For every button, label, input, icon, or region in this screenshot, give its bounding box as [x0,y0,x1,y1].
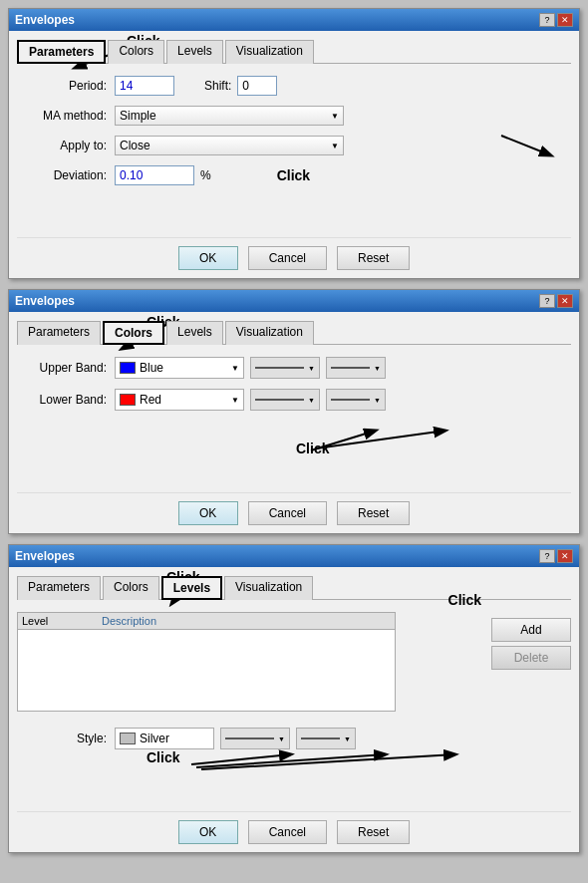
button-row-2: OK Cancel Reset [17,492,571,525]
ma-method-label: MA method: [17,109,107,123]
tab-visualization-2[interactable]: Visualization [225,321,314,345]
title-bar-buttons-1: ? ✕ [539,13,573,27]
ma-method-dropdown[interactable]: Simple ▼ [115,106,344,126]
ok-button-1[interactable]: OK [178,246,238,270]
tab-parameters-3[interactable]: Parameters [17,576,101,600]
cancel-button-3[interactable]: Cancel [248,820,327,844]
tab-colors-2[interactable]: Colors [103,321,164,345]
lower-width-arrow-icon: ▼ [374,397,381,404]
help-button-2[interactable]: ? [539,294,555,308]
lower-band-line-width[interactable]: ▼ [326,389,386,411]
ok-button-2[interactable]: OK [178,501,238,525]
lower-band-row: Lower Band: Red ▼ ▼ ▼ [17,389,571,411]
style-width-preview [301,737,340,739]
title-bar-2: Envelopes ? ✕ [9,290,579,312]
close-button-1[interactable]: ✕ [557,13,573,27]
close-button-3[interactable]: ✕ [557,549,573,563]
shift-input[interactable] [237,76,277,96]
dialog-2: Envelopes ? ✕ Click Parameters Colors Le… [8,289,580,534]
style-line-arrow-icon: ▼ [278,736,285,742]
tab-parameters-2[interactable]: Parameters [17,321,101,345]
reset-button-1[interactable]: Reset [337,246,410,270]
title-bar-buttons-3: ? ✕ [539,549,573,563]
dialog-title-2: Envelopes [15,294,75,308]
dialog-content-1: Click Parameters Colors Levels Visualiza… [9,31,579,278]
arrow-svg-3b [17,749,575,799]
envelopes-dialog-2: Envelopes ? ✕ Click Parameters Colors Le… [8,289,580,534]
tab-colors-3[interactable]: Colors [103,576,159,600]
ma-method-row: MA method: Simple ▼ [17,106,571,126]
envelopes-dialog-1: Envelopes ? ✕ Click Parameters Colors Le… [8,8,580,279]
apply-to-dropdown[interactable]: Close ▼ [115,136,344,155]
ma-method-value: Simple [120,109,156,123]
apply-to-value: Close [120,139,150,152]
upper-width-arrow-icon: ▼ [374,365,381,372]
period-label: Period: [17,79,107,93]
dialog-title-1: Envelopes [15,13,75,27]
tab-levels-2[interactable]: Levels [166,321,223,345]
delete-button-3: Delete [491,646,571,670]
upper-line-preview [255,367,304,369]
lower-width-preview [331,399,370,401]
button-row-1: OK Cancel Reset [17,237,571,270]
shift-label: Shift: [204,79,231,93]
arrow-svg-2b [17,421,565,480]
apply-to-arrow-icon: ▼ [331,142,339,150]
lower-band-label: Lower Band: [17,393,107,407]
reset-button-3[interactable]: Reset [337,820,410,844]
help-button-3[interactable]: ? [539,549,555,563]
style-width-arrow-icon: ▼ [344,736,351,742]
svg-line-1 [501,136,551,155]
upper-line-arrow-icon: ▼ [308,365,315,372]
lower-band-color-name: Red [140,393,161,407]
click-label-dev: Click [277,167,310,183]
arrow-svg-1b [372,126,571,205]
tab-parameters-1[interactable]: Parameters [17,40,106,64]
cancel-button-2[interactable]: Cancel [248,501,327,525]
help-button-1[interactable]: ? [539,13,555,27]
period-input[interactable] [115,76,174,96]
lower-line-arrow-icon: ▼ [308,397,315,404]
tab-levels-3[interactable]: Levels [161,576,222,600]
upper-band-line-style[interactable]: ▼ [250,357,320,379]
style-color-name: Silver [140,732,169,745]
click-arrows-3: Click [17,749,571,799]
upper-band-swatch [120,362,136,374]
tab-levels-1[interactable]: Levels [166,40,223,64]
upper-band-color-name: Blue [140,361,163,375]
level-col-header: Level [22,615,102,627]
reset-button-2[interactable]: Reset [337,501,410,525]
envelopes-dialog-3: Envelopes ? ✕ Click Parameters Colors Le… [8,544,580,853]
tab-visualization-3[interactable]: Visualization [224,576,313,600]
lower-band-color-dropdown[interactable]: Red ▼ [115,389,244,411]
upper-width-preview [331,367,370,369]
arrow-area-1b [17,195,571,225]
svg-line-8 [201,754,455,769]
deviation-input[interactable] [115,165,194,185]
lower-band-dropdown-arrow: ▼ [231,396,239,405]
tab-bar-2: Parameters Colors Levels Visualization [17,320,571,345]
ok-button-3[interactable]: OK [178,820,238,844]
style-label: Style: [17,732,107,745]
title-bar-3: Envelopes ? ✕ [9,545,579,567]
levels-table-area: Level Description [17,612,481,720]
tab-bar-1: Parameters Colors Levels Visualization [17,39,571,64]
upper-band-color-dropdown[interactable]: Blue ▼ [115,357,244,379]
upper-band-line-width[interactable]: ▼ [326,357,386,379]
cancel-button-1[interactable]: Cancel [248,246,327,270]
tab-colors-1[interactable]: Colors [108,40,164,64]
tab-visualization-1[interactable]: Visualization [225,40,314,64]
style-line-width[interactable]: ▼ [296,728,356,749]
lower-band-swatch [120,394,136,406]
click-label-add: Click [448,592,481,608]
style-line-style[interactable]: ▼ [220,728,290,749]
style-color-dropdown[interactable]: Silver [115,728,214,749]
add-button-3[interactable]: Add [491,618,571,642]
button-row-3: OK Cancel Reset [17,811,571,844]
lower-band-line-style[interactable]: ▼ [250,389,320,411]
upper-band-row: Upper Band: Blue ▼ ▼ ▼ [17,357,571,379]
dialog-content-2: Click Parameters Colors Levels Visualiza… [9,312,579,533]
close-button-2[interactable]: ✕ [557,294,573,308]
style-swatch [120,733,136,744]
lower-line-preview [255,399,304,401]
